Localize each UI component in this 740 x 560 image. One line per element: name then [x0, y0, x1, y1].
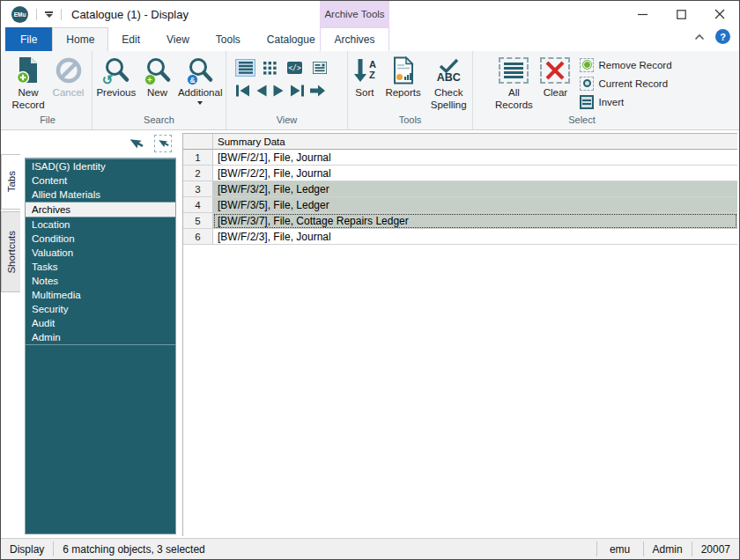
nav-item-audit[interactable]: Audit	[26, 316, 175, 330]
ribbon: New Record Cancel File	[1, 51, 739, 130]
maximize-button[interactable]	[662, 1, 700, 27]
help-button[interactable]: ?	[715, 29, 730, 44]
tab-navigation-panel: ISAD(G) Identity Content Allied Material…	[25, 158, 176, 534]
title-bar: EMu Catalogue (1) - Display Archive Tool…	[1, 1, 739, 27]
sort-icon: AZ	[353, 55, 376, 86]
next-record-button[interactable]	[272, 84, 285, 98]
check-spelling-button[interactable]: ABC Check Spelling	[425, 54, 472, 111]
nav-item-valuation[interactable]: Valuation	[26, 246, 175, 260]
current-record-icon	[580, 77, 594, 91]
summary-data-column-header[interactable]: Summary Data	[213, 134, 737, 150]
search-previous-button[interactable]: ↺ Previous	[92, 54, 140, 99]
nav-item-condition[interactable]: Condition	[26, 232, 175, 246]
contextual-tab-group-archive-tools[interactable]: Archive Tools	[320, 1, 389, 27]
search-new-button[interactable]: + New	[140, 54, 175, 99]
grid-view-button[interactable]	[260, 59, 280, 77]
tab-catalogue[interactable]: Catalogue	[254, 27, 329, 51]
detail-view-button[interactable]	[309, 59, 329, 77]
status-message: 6 matching objects, 3 selected	[54, 539, 213, 559]
remove-record-button[interactable]: Remove Record	[580, 55, 671, 74]
emu-app-icon[interactable]: EMu	[11, 6, 28, 23]
status-mode: Display	[1, 539, 53, 559]
table-row[interactable]: 5 [BW/F/3/7], File, Cottage Repairs Ledg…	[183, 213, 737, 229]
pointer-icon[interactable]	[125, 133, 146, 155]
table-row[interactable]: 1 [BW/F/2/1], File, Journal	[183, 150, 737, 166]
current-record-button[interactable]: Current Record	[580, 74, 671, 92]
group-label-tools: Tools	[348, 114, 472, 129]
close-button[interactable]	[700, 1, 739, 27]
table-row[interactable]: 4 [BW/F/3/5], File, Ledger	[183, 197, 737, 213]
status-group: Admin	[644, 539, 692, 559]
tab-home[interactable]: Home	[52, 27, 108, 51]
dropdown-arrow-icon	[197, 101, 203, 105]
nav-item-security[interactable]: Security	[26, 302, 175, 316]
detail-view-icon	[313, 62, 327, 74]
collapse-ribbon-button[interactable]	[694, 33, 705, 41]
nav-item-allied-materials[interactable]: Allied Materials	[26, 188, 175, 202]
side-tab-tabs[interactable]: Tabs	[1, 154, 20, 210]
app-window: EMu Catalogue (1) - Display Archive Tool…	[0, 0, 740, 560]
clear-selection-button[interactable]: Clear	[536, 54, 574, 99]
search-previous-icon: ↺	[102, 55, 130, 86]
search-new-icon: +	[144, 55, 172, 86]
table-row[interactable]: 6 [BW/F/2/3], File, Journal	[183, 229, 737, 245]
code-view-button[interactable]: </>	[285, 59, 305, 77]
window-controls	[623, 1, 739, 27]
nav-item-location[interactable]: Location	[26, 217, 175, 232]
pointer-marquee-icon[interactable]	[154, 135, 172, 152]
ribbon-group-file: New Record Cancel File	[4, 51, 92, 129]
ribbon-group-search: ↺ Previous + New	[92, 51, 226, 129]
list-view-button[interactable]	[235, 59, 255, 77]
help-icon: ?	[720, 32, 726, 42]
tab-view[interactable]: View	[153, 27, 203, 51]
results-grid: Summary Data 1 [BW/F/2/1], File, Journal…	[182, 133, 737, 536]
tab-group-upper: ISAD(G) Identity Content Allied Material…	[26, 158, 175, 203]
nav-item-isadg-identity[interactable]: ISAD(G) Identity	[26, 159, 175, 173]
nav-item-admin[interactable]: Admin	[26, 330, 175, 344]
ribbon-tab-row: File Home Edit View Tools Catalogue Arch…	[1, 27, 739, 51]
status-user: emu	[597, 539, 643, 559]
table-row[interactable]: 3 [BW/F/3/2], File, Ledger	[183, 181, 737, 197]
new-record-button[interactable]: New Record	[8, 54, 49, 111]
ribbon-group-select: All Records Clear Remove Record	[472, 51, 691, 129]
tab-archives[interactable]: Archives	[320, 27, 389, 51]
tab-tools[interactable]: Tools	[203, 27, 254, 51]
titlebar-separator	[61, 9, 62, 20]
group-label-view: View	[226, 114, 347, 129]
row-number-header	[183, 134, 213, 150]
new-record-icon	[16, 55, 41, 86]
previous-record-button[interactable]	[255, 84, 268, 98]
grid-view-icon	[263, 62, 277, 75]
tab-file[interactable]: File	[5, 27, 52, 51]
nav-item-tasks[interactable]: Tasks	[26, 260, 175, 274]
table-row[interactable]: 2 [BW/F/2/2], File, Journal	[183, 166, 737, 181]
all-records-button[interactable]: All Records	[492, 54, 536, 111]
group-label-select: Select	[473, 114, 691, 129]
search-additional-button[interactable]: & Additional	[174, 54, 226, 105]
sort-button[interactable]: AZ Sort	[348, 54, 381, 99]
goto-record-button[interactable]	[309, 84, 326, 98]
check-spelling-icon: ABC	[437, 55, 461, 86]
record-navigation	[235, 84, 347, 98]
last-record-button[interactable]	[290, 84, 305, 98]
invert-selection-button[interactable]: Invert	[580, 92, 671, 111]
nav-item-notes[interactable]: Notes	[26, 274, 175, 288]
side-tab-shortcuts[interactable]: Shortcuts	[1, 211, 20, 292]
nav-item-archives[interactable]: Archives	[26, 203, 175, 217]
reports-button[interactable]: Reports	[381, 54, 426, 99]
all-records-icon	[499, 55, 529, 86]
window-title: Catalogue (1) - Display	[71, 8, 189, 21]
main-content: Tabs Shortcuts ISAD(G) Identity Content …	[1, 131, 739, 538]
ribbon-group-tools: AZ Sort	[347, 51, 472, 129]
minimize-button[interactable]	[623, 1, 662, 27]
quick-access-dropdown-icon[interactable]	[45, 11, 53, 18]
first-record-button[interactable]	[235, 84, 250, 98]
nav-item-multimedia[interactable]: Multimedia	[26, 288, 175, 302]
tab-edit[interactable]: Edit	[108, 27, 153, 51]
grid-header-row: Summary Data	[183, 134, 737, 150]
tab-group-lower: Location Condition Valuation Tasks Notes…	[26, 217, 175, 345]
search-additional-icon: &	[186, 55, 214, 86]
nav-item-content[interactable]: Content	[26, 173, 175, 188]
remove-record-icon	[580, 58, 594, 72]
cancel-button[interactable]: Cancel	[49, 54, 88, 99]
